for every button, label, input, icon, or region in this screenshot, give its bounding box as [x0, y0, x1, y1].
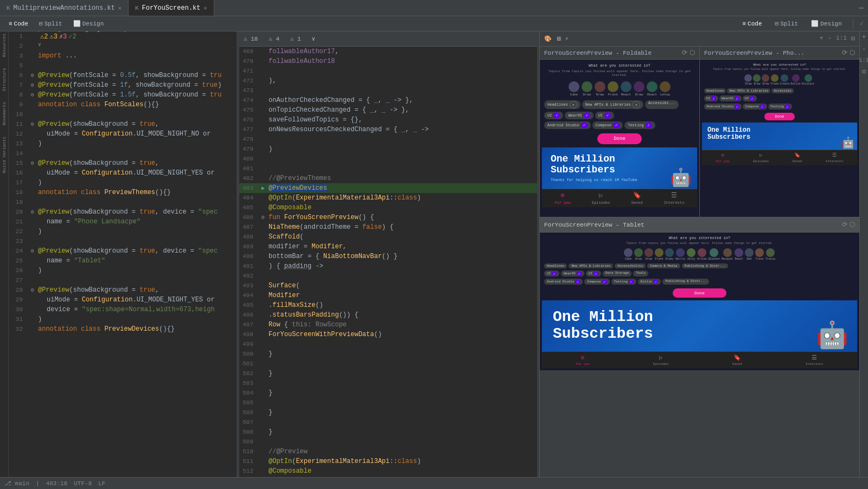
- table-row: 23: [9, 236, 237, 246]
- main-toolbar: ≡ Code ⊟ Split ⬜ Design ≡ Code ⊟ Split ⬜…: [0, 16, 868, 31]
- foryou-label-phone: For you: [716, 159, 730, 163]
- tab-close-icon[interactable]: ✕: [118, 5, 122, 11]
- tab-foryouscreen[interactable]: K ForYouScreen.kt ✕: [129, 0, 214, 16]
- tab-multipreview[interactable]: K MultipreviewAnnotations.kt ✕: [0, 0, 129, 16]
- code-icon: ≡: [9, 21, 12, 27]
- nav-item-interests[interactable]: ☰ Interests: [664, 191, 685, 205]
- done-button-tablet[interactable]: Done: [673, 288, 726, 298]
- table-row: 485 @Composable: [239, 203, 537, 213]
- filter-chip: WearOS ✓: [565, 112, 593, 119]
- top-tab-bar: K MultipreviewAnnotations.kt ✕ K ForYouS…: [0, 0, 868, 16]
- interests-nav-icon: ☰: [671, 191, 677, 200]
- tablet-filter-row-1: Headlines New APIs & Libraries Accessibi…: [542, 262, 857, 269]
- structure-icon[interactable]: Structure: [2, 68, 7, 91]
- tablet-refresh-icon[interactable]: ⟳: [842, 221, 847, 229]
- nav-item-foryou[interactable]: ⊙ For you: [555, 191, 571, 205]
- topic-avatar-tablet: Grady: [665, 248, 674, 261]
- subscriber-banner-phone-text: One MillionSubscribers: [707, 127, 852, 141]
- zoom-level: 1:1: [836, 35, 847, 43]
- table-row: 482 //@PreviewThemes: [239, 173, 537, 183]
- tablet-filter-row-3: Android Studio ✓ Compose ✓ Testing ✓ Kot…: [542, 278, 857, 286]
- android-mascot-foldable: 🤖: [670, 167, 692, 189]
- right-design-icon: ⬜: [811, 20, 819, 27]
- nav-bar-tablet: ⊙ For you ▷ Episodes 🔖 Saved ☰: [542, 351, 857, 368]
- table-row: 20 ⚙ @Preview(showBackground = true, dev…: [9, 207, 237, 217]
- right-design-view-btn[interactable]: ⬜ Design: [807, 19, 846, 28]
- resources-icon[interactable]: Resources: [2, 34, 7, 57]
- tab-bar-menu[interactable]: ⋯: [855, 3, 868, 12]
- topic-avatar-item: Frank: [608, 81, 618, 96]
- nav-item-foryou-phone[interactable]: ⊙ For you: [716, 152, 730, 163]
- right-code-editor[interactable]: 469 follwableAuthor17, 470 follwableAuth…: [239, 47, 537, 477]
- nav-item-episodes[interactable]: ▷ Episodes: [592, 191, 610, 205]
- table-row: 472 ),: [239, 76, 537, 86]
- nav-item-interests-tablet[interactable]: ☰ Interests: [806, 354, 823, 366]
- foryou-label-tablet: For you: [576, 362, 590, 366]
- table-row: 9 annotation class FontScales(){}: [9, 100, 237, 110]
- topic-avatar-tablet: Red: [745, 248, 754, 261]
- nav-item-saved[interactable]: 🔖 Saved: [631, 191, 643, 205]
- zoom-out-icon[interactable]: -: [828, 35, 832, 43]
- foryou-nav-label: For you: [555, 201, 571, 205]
- topic-avatar-item: React: [621, 81, 631, 96]
- preview-refresh-icon[interactable]: ⟳: [682, 49, 687, 57]
- sidebar-fit-icon[interactable]: ⊡: [862, 68, 866, 76]
- topic-avatar-tablet: Macquot: [722, 248, 733, 261]
- tablet-filter-chip: Camera & Media: [647, 263, 680, 268]
- nav-item-foryou-tablet[interactable]: ⊙ For you: [576, 354, 590, 366]
- nav-item-saved-phone[interactable]: 🔖 Saved: [792, 152, 802, 163]
- filter-chip-phone: Compose ✓: [743, 104, 767, 110]
- table-row: 489 modifier = Modifier,: [239, 242, 537, 252]
- tablet-filter-chip: Headlines: [544, 263, 567, 268]
- tab-close-icon-2[interactable]: ✕: [204, 5, 207, 11]
- saved-label-phone: Saved: [792, 159, 802, 163]
- line-sep: LF: [98, 480, 105, 487]
- table-row: 496 .statusBarsPadding()) {: [239, 310, 537, 320]
- sidebar-zoom-label: 1:1: [859, 57, 869, 63]
- status-bar: ⎇ main | 483:16 UTF-8 LF: [0, 477, 868, 489]
- nav-item-saved-tablet[interactable]: 🔖 Saved: [732, 354, 742, 366]
- table-row: 477 onNewsResourcesCheckedChanged = { _,…: [239, 125, 537, 134]
- interests-nav-label: Interests: [664, 201, 685, 205]
- design-view-btn[interactable]: ⬜ Design: [69, 19, 108, 28]
- table-row: 24 ⚙ @Preview(showBackground = true, dev…: [9, 246, 237, 256]
- phone-preview-open-icon[interactable]: ⬡: [850, 49, 855, 57]
- nav-item-interests-phone[interactable]: ☰ Interests: [826, 152, 843, 163]
- phone-preview-refresh-icon[interactable]: ⟳: [842, 49, 847, 57]
- done-button-phone[interactable]: Done: [764, 113, 795, 120]
- table-row: 22 ): [9, 227, 237, 236]
- preview-open-icon[interactable]: ⬡: [690, 49, 695, 57]
- split-view-btn[interactable]: ⊟ Split: [35, 19, 67, 28]
- bookmarks-icon[interactable]: Bookmarks: [2, 102, 7, 125]
- tablet-filter-chip: Publishing & Distr...: [662, 279, 709, 285]
- topic-avatar-tablet: Artlan: [697, 248, 707, 261]
- right-code-view-btn[interactable]: ≡ Code: [738, 20, 767, 28]
- filter-chip-phone: New APIs & Libraries: [727, 88, 770, 93]
- code-view-btn[interactable]: ≡ Code: [4, 20, 33, 28]
- tablet-open-icon[interactable]: ⬡: [850, 221, 855, 229]
- tablet-preview-title: ForYouScreenPreview - Tablet: [544, 222, 644, 228]
- left-code-editor[interactable]: 1 package com.google.sample.⚠2 ⚠3 ✗3 ✓2 …: [9, 31, 237, 477]
- zoom-in-icon[interactable]: +: [820, 35, 824, 43]
- warning-summary: ⚠ 18 ⚠ 4 ⚠ 1 ∨: [244, 35, 315, 42]
- table-row: 511 @OptIn(ExperimentalMaterial3Api::cla…: [239, 456, 537, 466]
- topic-avatar-item: Draw: [634, 81, 644, 96]
- table-row: 502 }: [239, 369, 537, 378]
- preview-content[interactable]: ForYouScreenPreview - Foldable ⟳ ⬡ What …: [540, 47, 859, 477]
- table-row: 512 @Composable: [239, 466, 537, 476]
- nav-item-episodes-tablet[interactable]: ▷ Episodes: [653, 354, 669, 366]
- done-btn-tablet: Done: [542, 286, 857, 300]
- table-row: 475 onTopicCheckedChanged = { _, _ -> },: [239, 105, 537, 115]
- right-split-view-btn[interactable]: ⊟ Split: [771, 19, 803, 28]
- zoom-reset-icon[interactable]: ⊡: [851, 35, 855, 43]
- done-button[interactable]: Done: [597, 133, 642, 144]
- nav-item-episodes-phone[interactable]: ▷ Episodes: [753, 152, 769, 163]
- topic-avatar-phone: Create: [780, 74, 789, 86]
- left-toolbar: ≡ Code ⊟ Split ⬜ Design: [0, 19, 228, 28]
- sidebar-minus-icon[interactable]: -: [862, 46, 866, 53]
- subscriber-sub-foldable: Thanks for helping us reach 1M YouTube: [551, 178, 688, 182]
- phone-preview-header: ForYouScreenPreview - Pho... ⟳ ⬡: [700, 47, 859, 60]
- build-icon[interactable]: Build Variants: [2, 137, 7, 173]
- sidebar-add-icon[interactable]: +: [862, 34, 866, 41]
- right-split-icon: ⊟: [775, 20, 779, 27]
